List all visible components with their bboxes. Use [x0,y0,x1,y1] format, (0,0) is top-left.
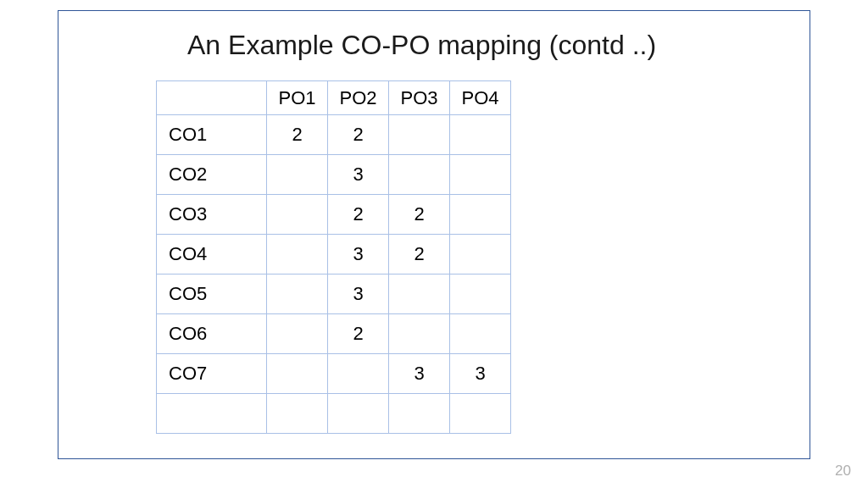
row-label: CO4 [157,235,267,274]
cell [267,195,328,235]
cell [389,274,450,314]
cell: 2 [328,115,389,155]
cell [267,354,328,394]
table-row: CO3 2 2 [157,195,511,235]
table-corner-cell [157,81,267,115]
cell [267,235,328,274]
cell [450,195,511,235]
cell: 2 [328,314,389,354]
cell [328,394,389,434]
slide-frame: An Example CO-PO mapping (contd ..) PO1 … [58,10,810,459]
row-label: CO2 [157,155,267,195]
cell [450,235,511,274]
table-row: CO7 3 3 [157,354,511,394]
cell [389,394,450,434]
cell [267,314,328,354]
row-label: CO3 [157,195,267,235]
cell: 2 [389,195,450,235]
cell: 2 [389,235,450,274]
row-label: CO7 [157,354,267,394]
cell [267,394,328,434]
cell [450,394,511,434]
slide-title: An Example CO-PO mapping (contd ..) [187,30,656,61]
cell: 3 [389,354,450,394]
cell [450,155,511,195]
row-label: CO5 [157,274,267,314]
cell [450,274,511,314]
col-header: PO1 [267,81,328,115]
col-header: PO3 [389,81,450,115]
cell [450,115,511,155]
cell [267,274,328,314]
cell: 3 [328,235,389,274]
cell: 3 [450,354,511,394]
col-header: PO2 [328,81,389,115]
cell: 3 [328,155,389,195]
table-header-row: PO1 PO2 PO3 PO4 [157,81,511,115]
table-row: CO2 3 [157,155,511,195]
table-row: CO5 3 [157,274,511,314]
cell [267,155,328,195]
cell [450,314,511,354]
cell: 2 [328,195,389,235]
cell: 2 [267,115,328,155]
page-number: 20 [835,463,851,480]
row-label [157,394,267,434]
row-label: CO1 [157,115,267,155]
cell [328,354,389,394]
table-row: CO1 2 2 [157,115,511,155]
cell: 3 [328,274,389,314]
co-po-mapping-table: PO1 PO2 PO3 PO4 CO1 2 2 CO2 3 CO3 2 2 C [156,80,511,434]
table-row [157,394,511,434]
row-label: CO6 [157,314,267,354]
cell [389,314,450,354]
table-row: CO4 3 2 [157,235,511,274]
col-header: PO4 [450,81,511,115]
cell [389,115,450,155]
table-row: CO6 2 [157,314,511,354]
cell [389,155,450,195]
